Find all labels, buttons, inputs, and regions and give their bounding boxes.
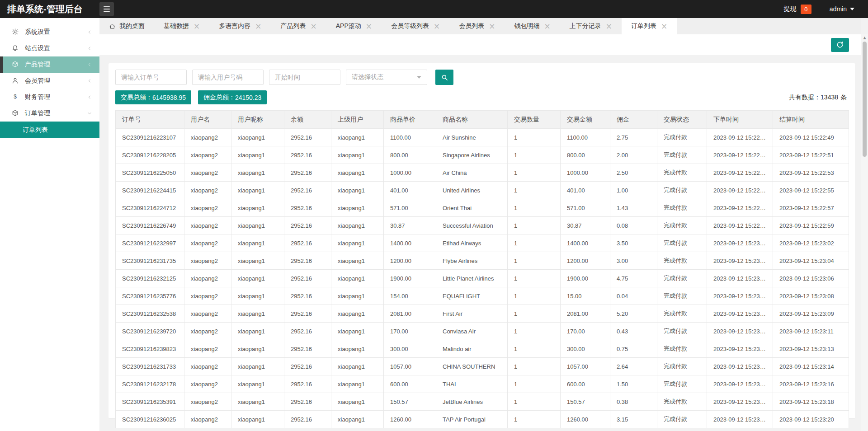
col-header-unit-price: 商品单价 xyxy=(384,111,436,129)
cell-product-name: THAI xyxy=(436,375,508,393)
username: admin xyxy=(830,5,847,13)
cell-balance: 2952.16 xyxy=(284,393,331,411)
bell-icon xyxy=(11,44,19,52)
cell-unit-price: 300.00 xyxy=(384,340,436,358)
refresh-button[interactable] xyxy=(831,38,849,52)
table-header-row: 订单号用户名用户昵称余额上级用户商品单价商品名称交易数量交易金额佣金交易状态下单… xyxy=(116,111,849,129)
sidebar: 系统设置站点设置产品管理会员管理$财务管理订单管理订单列表 xyxy=(0,18,99,431)
sidebar-item-site-settings[interactable]: 站点设置 xyxy=(0,40,99,56)
sidebar-toggle-button[interactable] xyxy=(99,2,114,16)
tab-member-level-list[interactable]: 会员等级列表× xyxy=(382,18,449,34)
tab-label: 我的桌面 xyxy=(119,22,145,30)
search-button[interactable] xyxy=(435,70,453,85)
cell-nickname: xiaopang1 xyxy=(231,270,284,287)
cell-quantity: 1 xyxy=(508,129,561,146)
sidebar-menu: 系统设置站点设置产品管理会员管理$财务管理订单管理订单列表 xyxy=(0,18,99,138)
start-time-input[interactable] xyxy=(269,70,340,85)
cell-nickname: xiaopang1 xyxy=(231,217,284,234)
tab-close-icon[interactable]: × xyxy=(661,23,667,30)
cell-product-name: Etihad Airways xyxy=(436,234,508,252)
table-row: SC23091216231735xiaopang2xiaopang12952.1… xyxy=(116,252,849,270)
vertical-scrollbar[interactable]: ▲ xyxy=(861,34,868,431)
user-no-input[interactable] xyxy=(192,70,264,85)
cell-nickname: xiaopang1 xyxy=(231,358,284,375)
sidebar-item-order-manage[interactable]: 订单管理 xyxy=(0,105,99,122)
commission-total-label: 佣金总额： xyxy=(203,94,235,102)
cell-username: xiaopang2 xyxy=(184,287,231,305)
cell-order-time: 2023-09-12 15:22:48 xyxy=(707,129,773,146)
sidebar-item-finance-manage[interactable]: $财务管理 xyxy=(0,89,99,105)
cell-nickname: xiaopang1 xyxy=(231,393,284,411)
cell-unit-price: 30.87 xyxy=(384,217,436,234)
order-no-input[interactable] xyxy=(115,70,187,85)
cell-unit-price: 571.00 xyxy=(384,199,436,217)
tab-close-icon[interactable]: × xyxy=(366,23,372,30)
sidebar-item-member-manage[interactable]: 会员管理 xyxy=(0,73,99,89)
cell-quantity: 1 xyxy=(508,234,561,252)
cell-unit-price: 401.00 xyxy=(384,182,436,199)
tab-close-icon[interactable]: × xyxy=(311,23,317,30)
tab-product-list[interactable]: 产品列表× xyxy=(271,18,326,34)
sidebar-item-label: 订单管理 xyxy=(25,109,50,117)
tab-wallet-detail[interactable]: 钱包明细× xyxy=(505,18,560,34)
tab-close-icon[interactable]: × xyxy=(606,23,612,30)
cell-amount: 170.00 xyxy=(561,323,610,340)
tab-label: 上下分记录 xyxy=(570,22,601,30)
cell-amount: 1100.00 xyxy=(561,129,610,146)
cell-unit-price: 154.00 xyxy=(384,287,436,305)
tab-base-data[interactable]: 基础数据× xyxy=(154,18,209,34)
user-menu[interactable]: admin xyxy=(830,5,854,13)
tab-close-icon[interactable]: × xyxy=(544,23,551,30)
tab-label: 多语言内容 xyxy=(219,22,250,30)
cell-username: xiaopang2 xyxy=(184,340,231,358)
cell-quantity: 1 xyxy=(508,323,561,340)
tab-my-desktop[interactable]: 我的桌面 xyxy=(99,18,154,34)
total-count: 共有数据：13438条 xyxy=(789,94,849,102)
scroll-up-arrow-icon[interactable]: ▲ xyxy=(861,34,868,41)
cell-status: 完成付款 xyxy=(657,182,707,199)
withdraw-menu-item[interactable]: 提现 0 xyxy=(784,5,811,14)
sidebar-item-system-settings[interactable]: 系统设置 xyxy=(0,24,99,40)
tab-close-icon[interactable]: × xyxy=(434,23,440,30)
cell-quantity: 1 xyxy=(508,146,561,164)
cell-order-no: SC23091216226749 xyxy=(116,217,184,234)
gear-icon xyxy=(11,28,19,36)
menu-icon xyxy=(104,6,110,12)
cell-order-no: SC23091216224415 xyxy=(116,182,184,199)
tab-member-list[interactable]: 会员列表× xyxy=(449,18,505,34)
tab-close-icon[interactable]: × xyxy=(255,23,261,30)
cell-amount: 800.00 xyxy=(561,146,610,164)
cell-quantity: 1 xyxy=(508,164,561,182)
cell-order-no: SC23091216228205 xyxy=(116,146,184,164)
cell-balance: 2952.16 xyxy=(284,182,331,199)
status-select[interactable]: 请选择状态 xyxy=(346,70,427,85)
cell-username: xiaopang2 xyxy=(184,182,231,199)
tab-app-scroll[interactable]: APP滚动× xyxy=(326,18,382,34)
tab-multi-language[interactable]: 多语言内容× xyxy=(209,18,271,34)
sidebar-item-product-manage[interactable]: 产品管理 xyxy=(0,56,99,73)
tab-close-icon[interactable]: × xyxy=(489,23,495,30)
page-toolbar xyxy=(99,34,861,55)
cell-nickname: xiaopang1 xyxy=(231,323,284,340)
sidebar-subitem-order-list[interactable]: 订单列表 xyxy=(0,122,99,138)
cell-status: 完成付款 xyxy=(657,375,707,393)
cell-parent-user: xiaopang1 xyxy=(331,340,384,358)
cell-parent-user: xiaopang1 xyxy=(331,287,384,305)
dollar-icon: $ xyxy=(11,93,19,101)
table-row: SC23091216239823xiaopang2xiaopang12952.1… xyxy=(116,340,849,358)
cell-amount: 300.00 xyxy=(561,340,610,358)
col-header-product-name: 商品名称 xyxy=(436,111,508,129)
cell-order-no: SC23091216232538 xyxy=(116,305,184,323)
topbar-right: 提现 0 admin xyxy=(784,5,868,14)
cell-order-no: SC23091216239823 xyxy=(116,340,184,358)
cell-quantity: 1 xyxy=(508,252,561,270)
cell-balance: 2952.16 xyxy=(284,358,331,375)
cell-quantity: 1 xyxy=(508,287,561,305)
cell-commission: 0.38 xyxy=(610,393,657,411)
tab-order-list[interactable]: 订单列表× xyxy=(622,18,677,34)
tab-updown-record[interactable]: 上下分记录× xyxy=(560,18,622,34)
tab-close-icon[interactable]: × xyxy=(193,23,200,30)
cell-quantity: 1 xyxy=(508,375,561,393)
scrollbar-thumb[interactable] xyxy=(863,42,867,157)
sidebar-item-label: 站点设置 xyxy=(25,44,50,52)
